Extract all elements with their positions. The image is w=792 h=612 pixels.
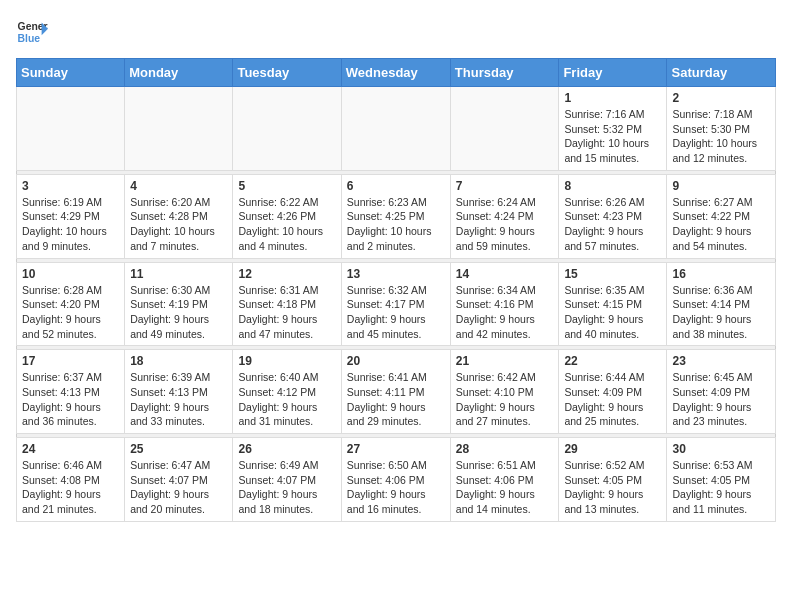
day-number: 30 [672,442,770,456]
day-cell [341,87,450,171]
day-number: 21 [456,354,554,368]
day-cell: 21Sunrise: 6:42 AM Sunset: 4:10 PM Dayli… [450,350,559,434]
weekday-header: Saturday [667,59,776,87]
day-info: Sunrise: 6:26 AM Sunset: 4:23 PM Dayligh… [564,195,661,254]
weekday-header: Sunday [17,59,125,87]
day-cell: 4Sunrise: 6:20 AM Sunset: 4:28 PM Daylig… [125,174,233,258]
day-number: 17 [22,354,119,368]
day-cell: 18Sunrise: 6:39 AM Sunset: 4:13 PM Dayli… [125,350,233,434]
day-info: Sunrise: 6:20 AM Sunset: 4:28 PM Dayligh… [130,195,227,254]
day-cell: 22Sunrise: 6:44 AM Sunset: 4:09 PM Dayli… [559,350,667,434]
day-info: Sunrise: 6:42 AM Sunset: 4:10 PM Dayligh… [456,370,554,429]
day-info: Sunrise: 6:37 AM Sunset: 4:13 PM Dayligh… [22,370,119,429]
day-cell: 29Sunrise: 6:52 AM Sunset: 4:05 PM Dayli… [559,438,667,522]
weekday-header: Tuesday [233,59,341,87]
day-info: Sunrise: 6:52 AM Sunset: 4:05 PM Dayligh… [564,458,661,517]
day-info: Sunrise: 6:44 AM Sunset: 4:09 PM Dayligh… [564,370,661,429]
day-info: Sunrise: 6:49 AM Sunset: 4:07 PM Dayligh… [238,458,335,517]
day-cell: 10Sunrise: 6:28 AM Sunset: 4:20 PM Dayli… [17,262,125,346]
day-cell: 3Sunrise: 6:19 AM Sunset: 4:29 PM Daylig… [17,174,125,258]
day-info: Sunrise: 6:40 AM Sunset: 4:12 PM Dayligh… [238,370,335,429]
weekday-header: Monday [125,59,233,87]
day-cell [450,87,559,171]
day-number: 13 [347,267,445,281]
day-number: 19 [238,354,335,368]
day-number: 26 [238,442,335,456]
header-row: SundayMondayTuesdayWednesdayThursdayFrid… [17,59,776,87]
day-number: 18 [130,354,227,368]
weekday-header: Wednesday [341,59,450,87]
page-header: General Blue [16,16,776,48]
week-row: 3Sunrise: 6:19 AM Sunset: 4:29 PM Daylig… [17,174,776,258]
day-cell: 11Sunrise: 6:30 AM Sunset: 4:19 PM Dayli… [125,262,233,346]
calendar: SundayMondayTuesdayWednesdayThursdayFrid… [16,58,776,522]
day-info: Sunrise: 6:34 AM Sunset: 4:16 PM Dayligh… [456,283,554,342]
day-number: 27 [347,442,445,456]
day-number: 5 [238,179,335,193]
day-info: Sunrise: 6:19 AM Sunset: 4:29 PM Dayligh… [22,195,119,254]
day-cell: 19Sunrise: 6:40 AM Sunset: 4:12 PM Dayli… [233,350,341,434]
day-number: 15 [564,267,661,281]
day-info: Sunrise: 6:53 AM Sunset: 4:05 PM Dayligh… [672,458,770,517]
day-cell [233,87,341,171]
day-number: 23 [672,354,770,368]
day-cell: 12Sunrise: 6:31 AM Sunset: 4:18 PM Dayli… [233,262,341,346]
day-number: 8 [564,179,661,193]
week-row: 1Sunrise: 7:16 AM Sunset: 5:32 PM Daylig… [17,87,776,171]
day-info: Sunrise: 7:16 AM Sunset: 5:32 PM Dayligh… [564,107,661,166]
day-cell: 23Sunrise: 6:45 AM Sunset: 4:09 PM Dayli… [667,350,776,434]
day-number: 9 [672,179,770,193]
day-info: Sunrise: 6:41 AM Sunset: 4:11 PM Dayligh… [347,370,445,429]
day-info: Sunrise: 6:27 AM Sunset: 4:22 PM Dayligh… [672,195,770,254]
day-cell: 20Sunrise: 6:41 AM Sunset: 4:11 PM Dayli… [341,350,450,434]
day-cell: 8Sunrise: 6:26 AM Sunset: 4:23 PM Daylig… [559,174,667,258]
day-number: 1 [564,91,661,105]
day-info: Sunrise: 7:18 AM Sunset: 5:30 PM Dayligh… [672,107,770,166]
day-cell: 14Sunrise: 6:34 AM Sunset: 4:16 PM Dayli… [450,262,559,346]
svg-text:Blue: Blue [18,33,41,44]
day-info: Sunrise: 6:22 AM Sunset: 4:26 PM Dayligh… [238,195,335,254]
day-info: Sunrise: 6:30 AM Sunset: 4:19 PM Dayligh… [130,283,227,342]
day-info: Sunrise: 6:24 AM Sunset: 4:24 PM Dayligh… [456,195,554,254]
day-cell: 7Sunrise: 6:24 AM Sunset: 4:24 PM Daylig… [450,174,559,258]
day-cell: 17Sunrise: 6:37 AM Sunset: 4:13 PM Dayli… [17,350,125,434]
day-info: Sunrise: 6:32 AM Sunset: 4:17 PM Dayligh… [347,283,445,342]
day-info: Sunrise: 6:31 AM Sunset: 4:18 PM Dayligh… [238,283,335,342]
day-cell: 27Sunrise: 6:50 AM Sunset: 4:06 PM Dayli… [341,438,450,522]
week-row: 24Sunrise: 6:46 AM Sunset: 4:08 PM Dayli… [17,438,776,522]
day-number: 11 [130,267,227,281]
day-cell: 5Sunrise: 6:22 AM Sunset: 4:26 PM Daylig… [233,174,341,258]
day-cell: 1Sunrise: 7:16 AM Sunset: 5:32 PM Daylig… [559,87,667,171]
day-cell: 26Sunrise: 6:49 AM Sunset: 4:07 PM Dayli… [233,438,341,522]
day-info: Sunrise: 6:28 AM Sunset: 4:20 PM Dayligh… [22,283,119,342]
logo-icon: General Blue [16,16,48,48]
day-info: Sunrise: 6:50 AM Sunset: 4:06 PM Dayligh… [347,458,445,517]
day-number: 12 [238,267,335,281]
day-number: 20 [347,354,445,368]
day-cell: 25Sunrise: 6:47 AM Sunset: 4:07 PM Dayli… [125,438,233,522]
day-number: 10 [22,267,119,281]
day-number: 22 [564,354,661,368]
day-cell: 30Sunrise: 6:53 AM Sunset: 4:05 PM Dayli… [667,438,776,522]
day-cell: 28Sunrise: 6:51 AM Sunset: 4:06 PM Dayli… [450,438,559,522]
day-number: 7 [456,179,554,193]
day-info: Sunrise: 6:45 AM Sunset: 4:09 PM Dayligh… [672,370,770,429]
day-number: 25 [130,442,227,456]
week-row: 10Sunrise: 6:28 AM Sunset: 4:20 PM Dayli… [17,262,776,346]
day-number: 29 [564,442,661,456]
day-cell: 15Sunrise: 6:35 AM Sunset: 4:15 PM Dayli… [559,262,667,346]
day-cell [125,87,233,171]
weekday-header: Friday [559,59,667,87]
week-row: 17Sunrise: 6:37 AM Sunset: 4:13 PM Dayli… [17,350,776,434]
day-number: 6 [347,179,445,193]
day-info: Sunrise: 6:36 AM Sunset: 4:14 PM Dayligh… [672,283,770,342]
day-number: 24 [22,442,119,456]
day-cell: 16Sunrise: 6:36 AM Sunset: 4:14 PM Dayli… [667,262,776,346]
day-number: 3 [22,179,119,193]
day-info: Sunrise: 6:35 AM Sunset: 4:15 PM Dayligh… [564,283,661,342]
day-info: Sunrise: 6:51 AM Sunset: 4:06 PM Dayligh… [456,458,554,517]
weekday-header: Thursday [450,59,559,87]
logo: General Blue [16,16,48,48]
day-number: 14 [456,267,554,281]
day-number: 28 [456,442,554,456]
